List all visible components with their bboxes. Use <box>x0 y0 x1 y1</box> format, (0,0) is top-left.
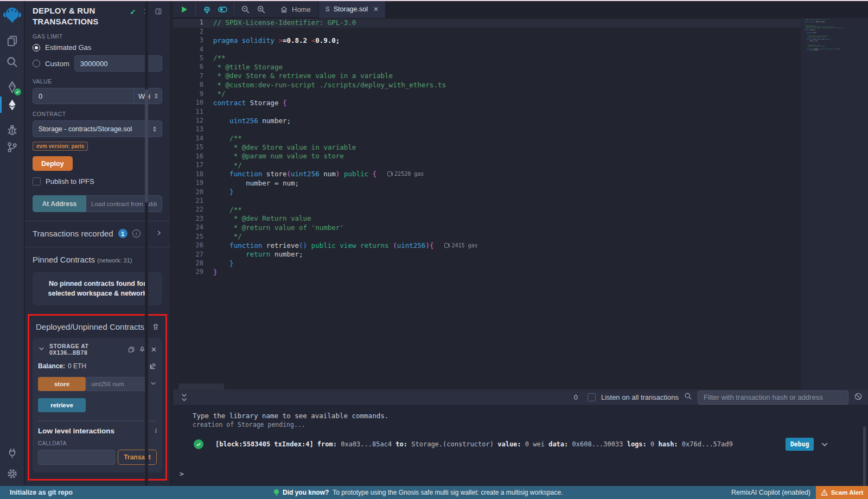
code-line: 22 /** <box>173 205 868 214</box>
editor-minimap[interactable]: // SPDX-License-Identifier: GPL-3.0pragm… <box>801 18 868 389</box>
listen-all-checkbox[interactable] <box>588 393 596 401</box>
code-editor[interactable]: 1// SPDX-License-Identifier: GPL-3.023pr… <box>173 18 868 389</box>
code-line: 25 */ <box>173 232 868 241</box>
at-address-input[interactable] <box>86 195 162 212</box>
run-script-icon[interactable] <box>180 5 189 14</box>
remix-logo-icon[interactable] <box>3 5 22 24</box>
code-line: 7 * @dev Store & retrieve value in a var… <box>173 72 868 80</box>
zoom-out-icon[interactable] <box>241 5 250 14</box>
gas-limit-label: GAS LIMIT <box>33 33 162 40</box>
code-line: 4 <box>173 44 868 53</box>
deploy-button[interactable]: Deploy <box>33 156 73 171</box>
search-icon[interactable] <box>6 56 18 68</box>
calldata-input[interactable] <box>38 450 115 465</box>
code-line: 24 * @return value of 'number' <box>173 223 868 232</box>
divider <box>38 421 157 421</box>
transaction-log-row[interactable]: [block:5583405 txIndex:4] from: 0xa03...… <box>194 439 776 449</box>
deploy-run-icon[interactable] <box>6 99 18 111</box>
git-icon[interactable] <box>6 141 18 153</box>
debugger-icon[interactable] <box>6 124 18 136</box>
pin-panel-icon[interactable] <box>155 8 162 15</box>
code-line: 13 <box>173 125 868 133</box>
code-line: 11 <box>173 107 868 116</box>
warning-icon <box>821 489 828 496</box>
close-tab-icon[interactable]: ✕ <box>373 5 379 13</box>
search-icon[interactable] <box>684 392 692 402</box>
copy-icon[interactable] <box>128 346 135 353</box>
value-label: VALUE <box>33 78 162 85</box>
store-function-button[interactable]: store <box>38 377 86 391</box>
remix-ide-window: ✓ DEPLOY & RUN TRANSACTIONS ✓ <box>0 0 868 499</box>
tab-home[interactable]: Home <box>272 1 318 18</box>
transactions-recorded-label: Transactions recorded <box>33 229 113 238</box>
code-line: 26 function retrieve() public view retur… <box>173 241 868 250</box>
retrieve-function-button[interactable]: retrieve <box>38 398 86 412</box>
code-line: 19 number = num; <box>173 178 868 187</box>
compile-success-badge: ✓ <box>14 88 21 95</box>
custom-gas-radio[interactable] <box>33 60 40 67</box>
active-plugin-indicator <box>0 97 2 113</box>
copilot-status[interactable]: RemixAI Copilot (enabled) <box>731 489 810 496</box>
tab-storage-sol[interactable]: S Storage.sol ✕ <box>318 1 386 18</box>
at-address-button[interactable]: At Address <box>33 195 86 212</box>
file-explorer-icon[interactable] <box>6 35 18 47</box>
store-argument-input[interactable] <box>86 377 146 391</box>
chevron-down-icon[interactable] <box>820 440 829 451</box>
terminal-line: creation of Storage pending... <box>193 421 305 428</box>
code-line: 14 /** <box>173 134 868 143</box>
chevron-right-icon[interactable] <box>155 229 162 238</box>
settings-gear-icon[interactable] <box>6 468 18 480</box>
edit-icon[interactable] <box>149 362 157 370</box>
code-line: 5/** <box>173 54 868 62</box>
transact-button[interactable]: Transact <box>118 450 157 465</box>
panel-check-icon[interactable]: ✓ <box>130 8 136 16</box>
pinned-contracts-title: Pinned Contracts (network: 31) <box>33 255 162 264</box>
select-arrows-icon <box>155 93 158 99</box>
contract-select[interactable]: Storage - contracts/Storage.sol <box>33 120 162 137</box>
copilot-toggle-icon[interactable] <box>218 5 227 14</box>
chevron-down-icon[interactable] <box>150 379 157 389</box>
terminal-region: 0 Listen on all transactions Type the li… <box>173 389 868 486</box>
zoom-in-icon[interactable] <box>257 5 266 14</box>
trash-icon[interactable] <box>152 323 159 331</box>
clear-console-icon[interactable] <box>854 392 863 403</box>
ai-assistant-robot-icon[interactable] <box>202 5 212 14</box>
horizontal-scrollbar-thumb[interactable] <box>178 383 224 389</box>
listen-all-label: Listen on all transactions <box>601 393 679 401</box>
solidity-file-icon: S <box>326 5 330 13</box>
lightbulb-icon <box>274 489 279 496</box>
terminal-output[interactable]: Type the library name to see available c… <box>173 406 868 486</box>
evm-version-badge: evm version: paris <box>33 142 88 151</box>
code-line: 1// SPDX-License-Identifier: GPL-3.0 <box>173 18 868 27</box>
debug-button[interactable]: Debug <box>786 438 814 451</box>
panel-scrollbar-thumb[interactable] <box>145 89 148 203</box>
panel-title: DEPLOY & RUN TRANSACTIONS <box>33 5 114 27</box>
code-line: 10contract Storage { <box>173 98 868 107</box>
chevron-down-icon[interactable] <box>38 344 45 354</box>
transaction-summary: [block:5583405 txIndex:4] from: 0xa03...… <box>215 439 733 449</box>
publish-ipfs-label: Publish to IPFS <box>46 177 94 185</box>
estimated-gas-radio[interactable] <box>33 44 40 52</box>
tabbar-empty-space <box>386 1 868 18</box>
contract-instance-card: STORAGE AT 0X136...8B78 ✕ Balance: 0 ETH… <box>33 338 162 472</box>
scam-alert-button[interactable]: Scam Alert <box>816 486 868 499</box>
plugin-manager-icon[interactable] <box>6 447 18 459</box>
code-line: 20 } <box>173 187 868 196</box>
info-icon[interactable]: i <box>132 229 141 238</box>
status-bar: Initialize as git repo Did you know? To … <box>0 486 868 499</box>
expand-terminal-icon[interactable] <box>181 393 188 402</box>
code-line: 3pragma solidity >=0.8.2 <0.9.0; <box>173 36 868 44</box>
git-init-button[interactable]: Initialize as git repo <box>10 489 73 496</box>
custom-gas-input[interactable] <box>74 55 162 72</box>
value-input[interactable] <box>33 88 135 104</box>
calldata-label: CALLDATA <box>38 440 157 446</box>
publish-ipfs-checkbox[interactable] <box>33 177 41 185</box>
terminal-scrollbar-thumb[interactable] <box>863 426 866 490</box>
value-unit-select[interactable]: Wei <box>135 88 162 104</box>
low-level-info-icon[interactable]: i <box>155 427 157 435</box>
close-icon[interactable]: ✕ <box>151 346 157 353</box>
transaction-filter-input[interactable] <box>698 391 848 405</box>
terminal-line: Type the library name to see available c… <box>193 412 388 420</box>
solidity-compiler-icon[interactable]: ✓ <box>6 81 18 93</box>
code-line: 18 function store(uint256 num) public {2… <box>173 169 868 178</box>
